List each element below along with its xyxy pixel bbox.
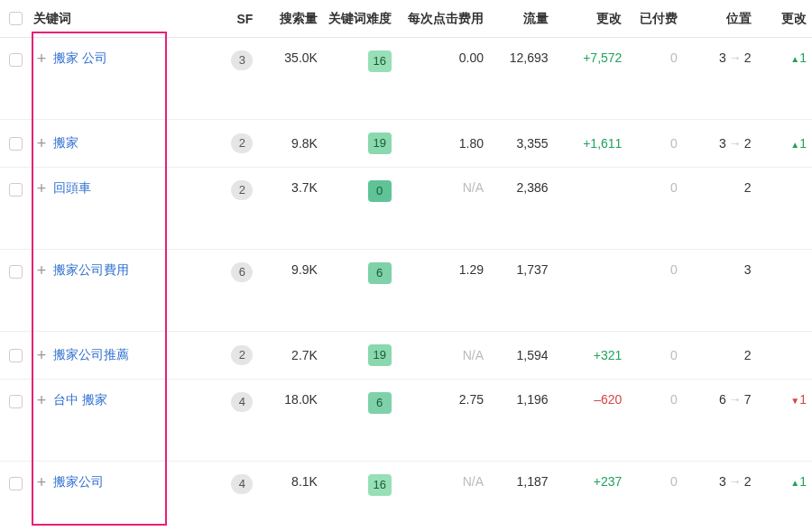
- header-paid[interactable]: 已付费: [627, 0, 682, 38]
- traffic-cell: 12,693: [489, 38, 554, 120]
- row-checkbox[interactable]: [9, 183, 23, 197]
- expand-icon[interactable]: +: [37, 135, 47, 151]
- header-volume[interactable]: 搜索量: [258, 0, 323, 38]
- change-traffic-cell: –620: [554, 380, 628, 462]
- sf-badge[interactable]: 4: [231, 392, 253, 412]
- row-checkbox-cell: [0, 462, 28, 532]
- keyword-cell: +回頭車: [28, 168, 222, 250]
- keyword-link[interactable]: 搬家 公司: [53, 50, 107, 67]
- kd-cell: 19: [323, 332, 397, 380]
- row-checkbox[interactable]: [9, 395, 23, 408]
- keyword-link[interactable]: 搬家公司推薦: [53, 347, 129, 363]
- traffic-cell: 1,196: [489, 380, 554, 462]
- paid-cell: 0: [627, 120, 682, 168]
- position-from: 3: [719, 50, 726, 65]
- sf-badge[interactable]: 6: [231, 262, 253, 282]
- change-position-value: 1: [799, 50, 807, 65]
- keyword-cell: +搬家公司推薦: [28, 332, 222, 380]
- expand-icon[interactable]: +: [37, 392, 47, 408]
- table-row: +回頭車23.7K0N/A2,38602: [0, 168, 812, 250]
- position-to: 2: [744, 136, 752, 151]
- paid-cell: 0: [627, 380, 682, 462]
- triangle-up-icon: ▲: [790, 54, 799, 64]
- kd-cell: 6: [323, 250, 397, 332]
- kd-cell: 16: [323, 38, 397, 120]
- header-change2[interactable]: 更改: [757, 0, 812, 38]
- triangle-up-icon: ▲: [790, 140, 799, 150]
- header-kd[interactable]: 关键词难度: [323, 0, 397, 38]
- keyword-cell: +搬家 公司: [28, 38, 222, 120]
- row-checkbox-cell: [0, 168, 28, 250]
- cpc-cell: N/A: [397, 462, 489, 532]
- traffic-cell: 3,355: [489, 120, 554, 168]
- select-all-checkbox[interactable]: [9, 12, 23, 25]
- position-from: 3: [719, 474, 726, 489]
- sf-badge[interactable]: 2: [231, 180, 253, 200]
- position-cell: 2: [683, 168, 757, 250]
- position-to: 2: [744, 50, 752, 65]
- sf-badge[interactable]: 2: [231, 133, 253, 153]
- change-traffic-cell: +1,611: [554, 120, 628, 168]
- cpc-cell: 0.00: [397, 38, 489, 120]
- change-position-value: 1: [799, 474, 807, 489]
- volume-cell: 9.8K: [258, 120, 323, 168]
- expand-icon[interactable]: +: [37, 50, 47, 67]
- row-checkbox[interactable]: [9, 349, 23, 362]
- row-checkbox[interactable]: [9, 265, 23, 279]
- header-cpc[interactable]: 每次点击费用: [397, 0, 489, 38]
- paid-cell: 0: [627, 250, 682, 332]
- position-cell: 6→7: [683, 380, 757, 462]
- cpc-cell: 1.29: [397, 250, 489, 332]
- header-sf[interactable]: SF: [221, 0, 258, 38]
- header-keyword[interactable]: 关键词: [28, 0, 222, 38]
- kd-badge: 0: [368, 180, 392, 202]
- row-checkbox[interactable]: [9, 53, 23, 67]
- keyword-cell: +搬家公司: [28, 462, 222, 532]
- cpc-cell: 2.75: [397, 380, 489, 462]
- row-checkbox[interactable]: [9, 137, 23, 151]
- traffic-cell: 1,187: [489, 462, 554, 532]
- kd-cell: 0: [323, 168, 397, 250]
- keyword-link[interactable]: 回頭車: [53, 180, 91, 197]
- table-row: +搬家公司推薦22.7K19N/A1,594+32102: [0, 332, 812, 380]
- keyword-cell: +台中 搬家: [28, 380, 222, 462]
- sf-badge[interactable]: 4: [231, 474, 253, 494]
- volume-cell: 18.0K: [258, 380, 323, 462]
- sf-badge[interactable]: 2: [231, 345, 253, 365]
- paid-cell: 0: [627, 332, 682, 380]
- cpc-cell: 1.80: [397, 120, 489, 168]
- kd-cell: 6: [323, 380, 397, 462]
- position-cell: 3: [683, 250, 757, 332]
- volume-cell: 9.9K: [258, 250, 323, 332]
- change-traffic-cell: [554, 168, 628, 250]
- expand-icon[interactable]: +: [37, 347, 47, 363]
- header-position[interactable]: 位置: [683, 0, 757, 38]
- keyword-link[interactable]: 搬家: [53, 135, 78, 151]
- keyword-link[interactable]: 搬家公司: [53, 474, 104, 490]
- sf-cell: 6: [221, 250, 258, 332]
- change-position-value: 1: [799, 136, 807, 151]
- header-change1[interactable]: 更改: [554, 0, 628, 38]
- header-traffic[interactable]: 流量: [489, 0, 554, 38]
- sf-badge[interactable]: 3: [231, 50, 253, 70]
- kd-cell: 16: [323, 462, 397, 532]
- change-position-cell: [757, 250, 812, 332]
- table-row: +搬家公司費用69.9K61.291,73703: [0, 250, 812, 332]
- expand-icon[interactable]: +: [37, 474, 47, 490]
- keyword-link[interactable]: 台中 搬家: [53, 392, 107, 408]
- arrow-right-icon: →: [729, 136, 742, 151]
- row-checkbox-cell: [0, 38, 28, 120]
- expand-icon[interactable]: +: [37, 180, 47, 197]
- triangle-up-icon: ▲: [790, 478, 799, 488]
- keyword-link[interactable]: 搬家公司費用: [53, 262, 129, 279]
- cpc-cell: N/A: [397, 168, 489, 250]
- table-row: +搬家公司48.1K16N/A1,187+23703→2▲1: [0, 462, 812, 532]
- position-cell: 3→2: [683, 462, 757, 532]
- position-to: 3: [744, 262, 752, 277]
- row-checkbox-cell: [0, 332, 28, 380]
- volume-cell: 3.7K: [258, 168, 323, 250]
- expand-icon[interactable]: +: [37, 262, 47, 279]
- sf-cell: 3: [221, 38, 258, 120]
- table-header: 关键词 SF 搜索量 关键词难度 每次点击费用 流量 更改 已付费 位置 更改: [0, 0, 812, 38]
- row-checkbox[interactable]: [9, 477, 23, 490]
